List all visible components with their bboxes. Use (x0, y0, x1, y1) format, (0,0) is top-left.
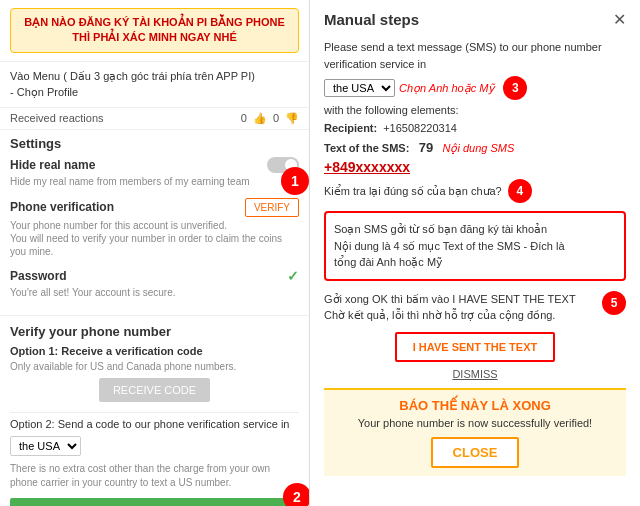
left-header: BẠN NÀO ĐĂNG KÝ TÀI KHOẢN PI BẰNG PHONE … (0, 0, 309, 62)
chon-anh-label: Chọn Anh hoặc Mỹ (399, 82, 495, 95)
check-question-row: Kiểm tra lại đúng số của bạn chưa? 4 (324, 179, 626, 203)
left-panel: BẠN NÀO ĐĂNG KÝ TÀI KHOẢN PI BẰNG PHONE … (0, 0, 310, 506)
country-select[interactable]: the USA (324, 79, 395, 97)
sms-label: Text of the SMS: (324, 142, 409, 154)
instruction-row: Please send a text message (SMS) to our … (324, 39, 626, 100)
option1-desc: Only available for US and Canada phone n… (10, 361, 299, 372)
success-banner: BÁO THẾ NÀY LÀ XONG Your phone number is… (324, 388, 626, 476)
usa-select-row: the USA (10, 436, 299, 456)
hide-real-name-title-row: Hide real name (10, 157, 299, 173)
phone-verification-title: Phone verification (10, 200, 114, 214)
instruction-text: Please send a text message (SMS) to our … (324, 39, 626, 72)
sms-text-row: Text of the SMS: 79 Nội dung SMS (324, 140, 626, 155)
password-title: Password (10, 269, 67, 283)
modal-title: Manual steps (324, 11, 419, 28)
modal-header: Manual steps ✕ (324, 10, 626, 29)
thumbdown-icon: 👎 (285, 112, 299, 125)
recipient-value: +16508220314 (383, 122, 457, 134)
password-title-row: Password ✓ (10, 268, 299, 284)
banner-text: BẠN NÀO ĐĂNG KÝ TÀI KHOẢN PI BẰNG PHONE … (10, 8, 299, 53)
i-have-sent-button[interactable]: I HAVE SENT THE TEXT (395, 332, 555, 362)
annotation-circle-5: 5 (602, 291, 626, 315)
verify-phone-section: Verify your phone number Option 1: Recei… (0, 316, 309, 506)
option2-text: Option 2: Send a code to our phone verif… (10, 417, 299, 432)
annotation-circle-1: 1 (281, 167, 309, 195)
recipient-label: Recipient: (324, 122, 377, 134)
divider (10, 412, 299, 413)
right-panel: Manual steps ✕ Please send a text messag… (310, 0, 640, 506)
hide-real-name-title: Hide real name (10, 158, 95, 172)
phone-verification-desc: Your phone number for this account is un… (10, 219, 299, 258)
reaction-zero: 0 (273, 112, 279, 125)
settings-title: Settings (10, 136, 299, 151)
success-desc: Your phone number is now successfully ve… (334, 417, 616, 429)
received-reactions-row: Received reactions 0 👍 0 👎 (0, 108, 309, 130)
received-reactions-label: Received reactions (10, 112, 104, 124)
annotation-circle-3: 3 (503, 76, 527, 100)
annotation-note: Gởi xong OK thì bấm vào I HAVE SENT THE … (324, 291, 596, 324)
noi-dung-label: Nội dung SMS (443, 142, 515, 154)
no-extra-cost-text: There is no extra cost other than the ch… (10, 462, 299, 490)
reaction-count: 0 (241, 112, 247, 125)
following-elements-text: with the following elements: (324, 104, 626, 116)
check-question: Kiểm tra lại đúng số của bạn chưa? (324, 185, 502, 198)
verify-phone-title: Verify your phone number (10, 324, 299, 339)
option1-title: Option 1: Receive a verification code (10, 345, 299, 357)
thumbup-icon: 👍 (253, 112, 267, 125)
settings-section: Settings 1 Hide real name Hide my real n… (0, 130, 309, 316)
hide-real-name-item: Hide real name Hide my real name from me… (10, 157, 299, 188)
annotation-circle-2: 2 (283, 483, 310, 506)
sms-instruction-box: Soạn SMS gởi từ số bạn đăng ký tài khoản… (324, 211, 626, 281)
close-x-button[interactable]: ✕ (613, 10, 626, 29)
sms-value: 79 (419, 140, 433, 155)
menu-note: Vào Menu ( Dấu 3 gạch góc trái phía trên… (0, 62, 309, 108)
phone-verification-item: Phone verification VERIFY Your phone num… (10, 198, 299, 258)
phone-verification-title-row: Phone verification VERIFY (10, 198, 299, 217)
password-item: Password ✓ You're all set! Your account … (10, 268, 299, 299)
reactions-counts: 0 👍 0 👎 (241, 112, 299, 125)
password-check-icon: ✓ (287, 268, 299, 284)
success-title: BÁO THẾ NÀY LÀ XONG (334, 398, 616, 413)
annotation-note-row: Gởi xong OK thì bấm vào I HAVE SENT THE … (324, 291, 626, 324)
phone-number-display: +849xxxxxxx (324, 159, 626, 175)
start-button[interactable]: START (10, 498, 299, 506)
password-desc: You're all set! Your account is secure. (10, 286, 299, 299)
verify-button[interactable]: VERIFY (245, 198, 299, 217)
recipient-row: Recipient: +16508220314 (324, 122, 626, 134)
annotation-circle-4: 4 (508, 179, 532, 203)
hide-real-name-desc: Hide my real name from members of my ear… (10, 175, 299, 188)
receive-code-button[interactable]: RECEIVE CODE (99, 378, 210, 402)
dismiss-link[interactable]: DISMISS (324, 368, 626, 380)
usa-select[interactable]: the USA (10, 436, 81, 456)
close-button[interactable]: CLOSE (431, 437, 520, 468)
